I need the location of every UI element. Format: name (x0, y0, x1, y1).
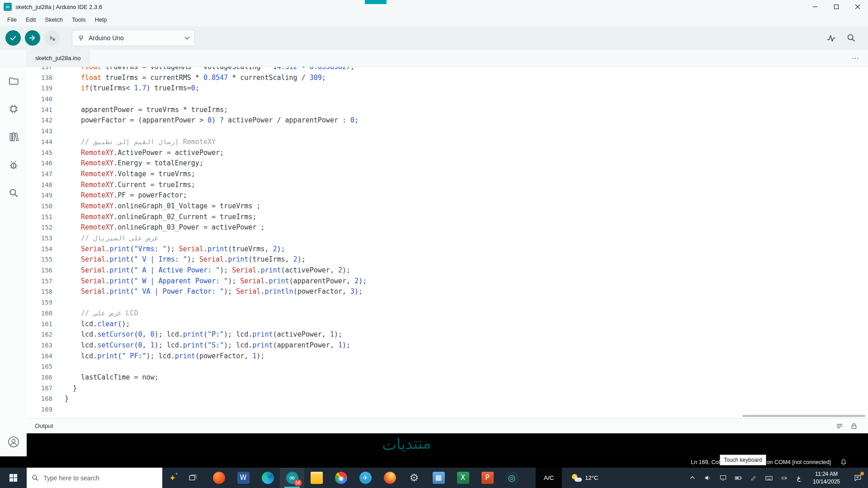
language-indicator[interactable]: ع (792, 474, 806, 482)
menu-tools[interactable]: Tools (67, 14, 90, 26)
horizontal-scrollbar[interactable] (742, 415, 865, 417)
code-line[interactable]: 159 (27, 297, 868, 308)
code-line[interactable]: 162lcd.setCursor(0, 0); lcd.print("P:");… (27, 329, 868, 340)
debug-button[interactable] (44, 30, 60, 46)
code-line[interactable]: 141apparentPower = trueVrms * trueIrms; (27, 105, 868, 116)
code-line[interactable]: 143 (27, 126, 868, 137)
code-line[interactable]: 150RemoteXY.onlineGraph_01_Voltage = tru… (27, 201, 868, 212)
code-line[interactable]: 146RemoteXY.Energy = totalEnergy; (27, 158, 868, 169)
task-view-icon (189, 474, 197, 482)
code-line[interactable]: 157Serial.print(" W | Apparent Power: ")… (27, 276, 868, 287)
code-line[interactable]: 160// عرض على LCD (27, 308, 868, 319)
sidebar-item-boards-manager[interactable] (0, 95, 27, 123)
code-line[interactable]: 144// إرسال القيم إلى تطبيق RemoteXY (27, 137, 868, 148)
taskbar-search[interactable] (27, 468, 162, 488)
code-line[interactable]: 155Serial.print(" V | Irms: "); Serial.p… (27, 254, 868, 265)
code-line[interactable]: 140 (27, 94, 868, 105)
notifications-bell-button[interactable] (840, 459, 847, 466)
code-line[interactable]: 165 (27, 361, 868, 372)
code-line[interactable]: 168} (27, 394, 868, 404)
sidebar-item-library-manager[interactable] (0, 123, 27, 151)
taskbar-app-orange-app[interactable] (207, 468, 231, 488)
menu-sketch[interactable]: Sketch (40, 14, 67, 26)
code-line[interactable]: 152RemoteXY.onlineGraph_03_Power = activ… (27, 222, 868, 233)
taskbar-app-file-explorer[interactable] (304, 468, 329, 488)
title-bar: ∞ sketch_jul28a | Arduino IDE 2.3.6 (0, 0, 868, 14)
code-line[interactable]: 147RemoteXY.Voltage = trueVrms; (27, 169, 868, 180)
code-line[interactable]: 138float trueIrms = currentRMS * 0.8547 … (27, 73, 868, 84)
taskbar-ac-app[interactable]: A/C (536, 468, 562, 488)
volume-button[interactable] (700, 468, 715, 488)
weather-widget[interactable]: 12°C (572, 474, 598, 483)
board-selector[interactable]: Arduino Uno (72, 30, 195, 46)
sidebar-item-sketchbook[interactable] (0, 67, 27, 95)
network-button[interactable] (715, 468, 731, 488)
taskbar-clock[interactable]: 11:24 AM 10/14/2025 (806, 470, 847, 485)
sidebar-item-debug[interactable] (0, 151, 27, 179)
code-line[interactable]: 148RemoteXY.Current = trueIrms; (27, 180, 868, 191)
battery-button[interactable] (731, 468, 746, 488)
code-line[interactable]: 156Serial.print(" A | Active Power: "); … (27, 265, 868, 276)
sidebar-item-search[interactable] (0, 179, 27, 207)
code-editor[interactable]: 137float trueVrms = voltageRMS * voltage… (27, 67, 868, 418)
code-line[interactable]: 164lcd.print(" PF:"); lcd.print(powerFac… (27, 351, 868, 362)
taskbar-app-chrome[interactable]: ◉ (329, 468, 353, 488)
touch-keyboard-button[interactable] (761, 468, 777, 488)
minimize-button[interactable] (804, 0, 826, 14)
taskbar-app-edge[interactable] (255, 468, 280, 488)
clear-output-button[interactable] (835, 422, 844, 430)
upload-button[interactable] (25, 30, 40, 46)
code-line[interactable]: 137float trueVrms = voltageRMS * voltage… (27, 67, 868, 73)
code-line[interactable]: 158Serial.print(" VA | Power Factor: ");… (27, 286, 868, 297)
code-line[interactable]: 149RemoteXY.PF = powerFactor; (27, 190, 868, 201)
serial-plotter-button[interactable] (825, 31, 838, 45)
output-console[interactable] (27, 433, 868, 456)
menu-help[interactable]: Help (90, 14, 111, 26)
menu-edit[interactable]: Edit (21, 14, 40, 26)
scroll-lock-button[interactable] (850, 422, 858, 430)
code-line[interactable]: 153// عرض على السيريال (27, 233, 868, 244)
taskbar-app-excel[interactable]: X (451, 468, 475, 488)
usb-device-button[interactable] (777, 468, 792, 488)
code-line[interactable]: 139if(trueIrms< 1.7) trueIrms=0; (27, 83, 868, 94)
taskbar-app-settings[interactable]: ⚙ (402, 468, 426, 488)
close-button[interactable] (847, 0, 868, 14)
search-input[interactable] (42, 474, 148, 482)
copilot-button[interactable]: ✦ ✦ (162, 468, 183, 488)
menu-file[interactable]: File (3, 14, 21, 26)
verify-button[interactable] (5, 30, 21, 46)
code-line[interactable]: 154Serial.print("Vrms: "); Serial.print(… (27, 244, 868, 255)
tab-sketch[interactable]: sketch_jul28a.ino (26, 50, 90, 66)
code-line[interactable]: 161lcd.clear(); (27, 319, 868, 330)
start-button[interactable] (0, 468, 27, 488)
pen-button[interactable] (746, 468, 761, 488)
account-button[interactable] (0, 436, 27, 448)
code-line[interactable]: 166lastCalcTime = now; (27, 372, 868, 383)
line-number: 167 (27, 383, 61, 394)
search-icon (31, 474, 39, 482)
taskbar-app-word[interactable]: W (231, 468, 255, 488)
code-line[interactable]: 169 (27, 404, 868, 415)
code-line[interactable]: 145RemoteXY.ActivePower = activePower; (27, 148, 868, 159)
taskbar-app-firefox[interactable] (377, 468, 402, 488)
chevron-down-icon (184, 36, 190, 40)
serial-monitor-button[interactable] (844, 31, 858, 45)
taskbar-app-calculator[interactable]: ▦ (426, 468, 451, 488)
tab-bar: sketch_jul28a.ino ⋯ (0, 50, 868, 67)
tab-overflow-menu[interactable]: ⋯ (852, 50, 868, 66)
code-line[interactable]: 163lcd.setCursor(0, 1); lcd.print("S:");… (27, 340, 868, 351)
line-number: 141 (27, 105, 61, 116)
taskbar-app-teal-ring-app[interactable]: ◎ (500, 468, 524, 488)
line-number: 145 (27, 148, 61, 159)
taskbar-app-powerpoint[interactable]: P (475, 468, 500, 488)
code-line[interactable]: 151RemoteXY.onlineGraph_02_Current = tru… (27, 212, 868, 223)
code-line[interactable]: 167} (27, 383, 868, 394)
taskbar-app-telegram[interactable]: ✈ (353, 468, 377, 488)
code-line[interactable]: 142powerFactor = (apparentPower > 0) ? a… (27, 115, 868, 126)
taskbar-app-arduino-ide[interactable]: ∞58 (280, 468, 304, 488)
action-center-button[interactable] (847, 468, 868, 488)
task-view-button[interactable] (183, 468, 203, 488)
tray-overflow-button[interactable] (684, 468, 700, 488)
maximize-button[interactable] (826, 0, 847, 14)
taskbar: ✦ ✦ W∞58◉✈⚙▦XP◎ A/C 12°C (0, 468, 868, 488)
